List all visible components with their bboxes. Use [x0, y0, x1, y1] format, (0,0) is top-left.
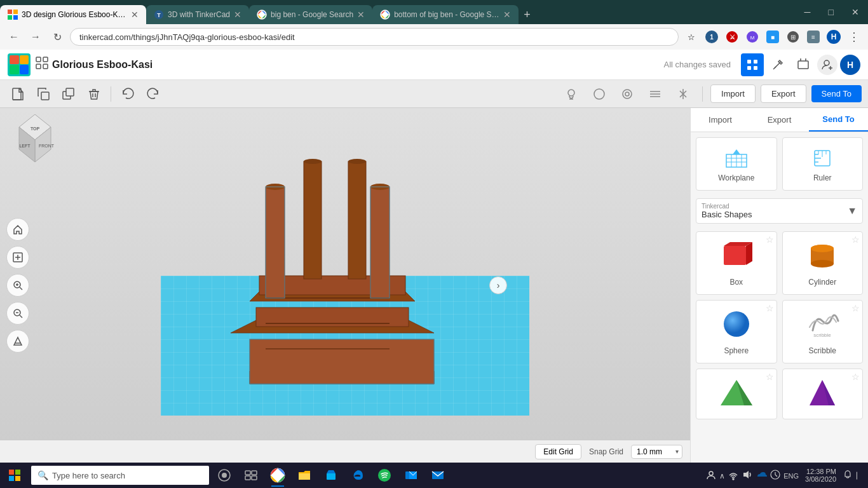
volume-taskbar-button[interactable] — [742, 469, 753, 482]
send-to-button[interactable]: Send To — [811, 85, 862, 102]
zoom-out-button[interactable] — [6, 302, 29, 325]
shape-card-cone[interactable]: ☆ — [782, 369, 864, 419]
shape-star-cone[interactable]: ☆ — [851, 372, 860, 382]
edit-grid-button[interactable]: Edit Grid — [535, 444, 581, 459]
minimize-button[interactable]: ─ — [796, 0, 820, 24]
grid-view-icon[interactable] — [36, 57, 48, 72]
shape-card-cylinder[interactable]: ☆ Cylinder — [782, 231, 864, 295]
taskbar-chrome-button[interactable] — [265, 463, 290, 488]
taskbar-explorer-button[interactable] — [292, 463, 317, 488]
zoom-in-button[interactable] — [6, 274, 29, 297]
people-taskbar-button[interactable] — [705, 469, 717, 482]
sphere-label: Sphere — [702, 346, 771, 355]
canvas-area[interactable]: TOP FRONT LEFT — [0, 108, 690, 463]
shape-star-cylinder[interactable]: ☆ — [851, 234, 860, 245]
category-selector[interactable]: Tinkercad Basic Shapes ▼ — [696, 198, 863, 224]
tools-button[interactable] — [766, 53, 789, 76]
shape-button[interactable] — [588, 83, 611, 105]
taskbar-cortana-button[interactable] — [212, 463, 237, 488]
ext-button-2[interactable]: ⚔ — [723, 28, 741, 46]
align-button[interactable] — [644, 83, 667, 105]
ext-button-4[interactable]: ■ — [764, 28, 782, 46]
new-design-button[interactable] — [6, 83, 29, 105]
tab-4[interactable]: bottom of big ben - Google Sear... ✕ — [372, 5, 519, 24]
ext-button-6[interactable]: ≡ — [804, 28, 822, 46]
cube-navigator[interactable]: TOP FRONT LEFT — [6, 114, 64, 172]
bookmark-button[interactable]: ☆ — [682, 28, 700, 46]
start-button[interactable] — [0, 463, 29, 488]
show-desktop-button[interactable]: ▏ — [855, 472, 863, 479]
shape-card-sphere[interactable]: ☆ Sphere — [696, 300, 777, 363]
svg-point-108 — [811, 245, 834, 252]
ext-button-1[interactable]: 1 — [703, 28, 721, 46]
ext-button-3[interactable]: M — [743, 28, 761, 46]
back-button[interactable]: ← — [5, 28, 23, 46]
undo-button[interactable] — [116, 83, 139, 105]
tab-close-1[interactable]: ✕ — [131, 10, 139, 20]
taskbar-spotify-button[interactable] — [372, 463, 397, 488]
notification-button[interactable] — [843, 470, 853, 482]
collapse-panel-button[interactable]: › — [489, 276, 507, 294]
workplane-card[interactable]: Workplane — [696, 137, 777, 191]
address-input[interactable] — [70, 28, 679, 46]
chevron-up-button[interactable]: ∧ — [719, 471, 725, 480]
forward-button[interactable]: → — [27, 28, 44, 46]
network-taskbar-button[interactable] — [728, 469, 739, 482]
fit-view-button[interactable] — [6, 246, 29, 269]
group-button[interactable] — [616, 83, 639, 105]
browser-menu-button[interactable]: ⋮ — [845, 28, 863, 46]
shape-card-box[interactable]: ☆ Box — [696, 231, 777, 295]
redo-button[interactable] — [142, 83, 165, 105]
shape-card-pyramid[interactable]: ☆ — [696, 369, 777, 419]
taskbar-mail-button[interactable] — [425, 463, 451, 488]
user-avatar[interactable]: H — [840, 55, 860, 75]
clock-taskbar-button[interactable] — [770, 469, 781, 482]
duplicate-button[interactable] — [57, 83, 80, 105]
mirror-button[interactable] — [672, 83, 695, 105]
taskbar-store-button[interactable] — [318, 463, 344, 488]
taskbar-taskview-button[interactable] — [238, 463, 264, 488]
svg-rect-128 — [327, 473, 336, 480]
search-bar[interactable]: 🔍 Type here to search — [31, 466, 209, 485]
perspective-button[interactable] — [6, 330, 29, 353]
shape-star-pyramid[interactable]: ☆ — [766, 372, 774, 382]
export-button[interactable]: Export — [761, 85, 806, 103]
onedrive-taskbar-button[interactable] — [756, 469, 767, 482]
maximize-button[interactable]: □ — [820, 0, 843, 24]
tab-export[interactable]: Export — [750, 108, 809, 132]
shape-star-scribble[interactable]: ☆ — [851, 303, 860, 313]
close-window-button[interactable]: ✕ — [843, 0, 868, 24]
snap-grid-select[interactable]: 1.0 mm 0.5 mm 0.25 mm 2.0 mm — [631, 445, 682, 459]
tab-title-3: big ben - Google Search — [271, 10, 353, 19]
ext-button-5[interactable]: ⊞ — [784, 28, 802, 46]
tab-3[interactable]: big ben - Google Search ✕ — [249, 5, 372, 24]
tab-close-4[interactable]: ✕ — [503, 10, 511, 20]
copy-paste-button[interactable] — [32, 83, 55, 105]
tab-2[interactable]: T 3D with TinkerCad ✕ — [146, 5, 249, 24]
delete-button[interactable] — [83, 83, 105, 105]
tab-close-2[interactable]: ✕ — [234, 10, 241, 20]
tab-send-to[interactable]: Send To — [809, 108, 868, 132]
shape-star-sphere[interactable]: ☆ — [766, 303, 774, 313]
input-indicator[interactable]: ENG — [783, 471, 799, 480]
chevron-up-icon: ∧ — [719, 471, 725, 480]
shape-card-scribble[interactable]: ☆ scribble Scribble — [782, 300, 864, 363]
import-button[interactable]: Import — [710, 85, 756, 103]
tab-1[interactable]: 3D design Glorious Esboo-Kasi | ✕ — [0, 5, 146, 24]
ruler-card[interactable]: Ruler — [782, 137, 864, 191]
taskbar-edge-button[interactable] — [345, 463, 370, 488]
profile-menu-button[interactable]: H — [825, 28, 843, 46]
3d-view-button[interactable] — [741, 53, 764, 76]
shape-star-box[interactable]: ☆ — [766, 234, 774, 245]
light-bulb-button[interactable] — [560, 83, 583, 105]
refresh-button[interactable]: ↻ — [48, 28, 66, 46]
simulation-button[interactable] — [792, 53, 815, 76]
svg-point-9 — [384, 13, 387, 17]
tab-import[interactable]: Import — [691, 108, 750, 132]
clock-display[interactable]: 12:38 PM 3/08/2020 — [801, 468, 840, 483]
tab-close-3[interactable]: ✕ — [357, 10, 365, 20]
new-tab-button[interactable]: + — [519, 6, 536, 24]
taskbar-outlook-button[interactable] — [398, 463, 424, 488]
home-view-button[interactable] — [6, 218, 29, 241]
add-user-button[interactable] — [817, 55, 837, 75]
